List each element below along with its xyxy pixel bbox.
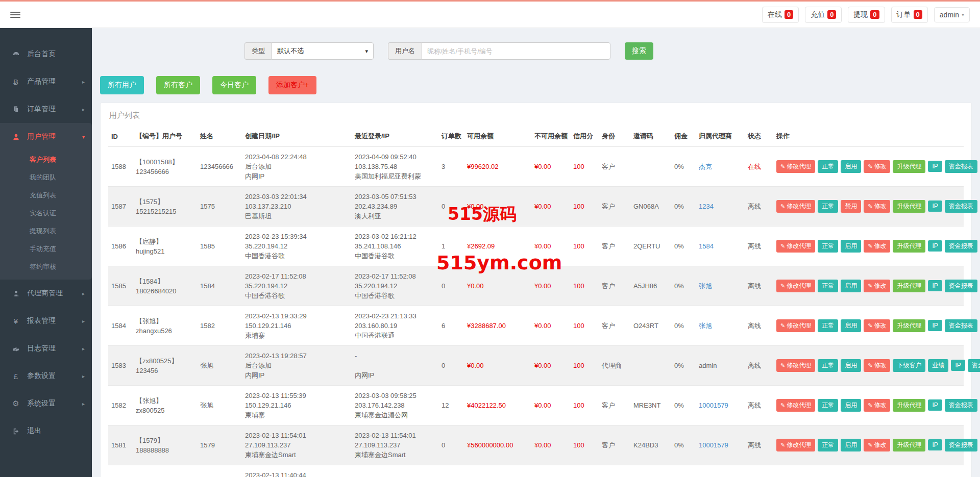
row-action-sub-customers-button[interactable]: 下级客户: [893, 359, 925, 372]
sidebar-item-withdraw-list[interactable]: 提现列表: [0, 222, 92, 240]
user-menu[interactable]: admin ▾: [934, 7, 970, 22]
all-users-button[interactable]: 所有用户: [100, 76, 144, 94]
row-action-fund-report-button[interactable]: 资金报表: [945, 160, 977, 173]
agent-link[interactable]: 1584: [699, 242, 714, 250]
add-customer-button[interactable]: 添加客户+: [268, 76, 316, 94]
row-action-edit-button[interactable]: ✎修改: [864, 280, 890, 292]
sidebar-item-recharge-list[interactable]: 充值列表: [0, 186, 92, 204]
row-action-edit-agent-button[interactable]: ✎修改代理: [776, 240, 815, 253]
search-button[interactable]: 搜索: [625, 42, 653, 60]
row-action-edit-agent-button[interactable]: ✎修改代理: [776, 399, 815, 412]
agent-link[interactable]: 10001579: [699, 441, 728, 449]
row-action-edit-agent-button[interactable]: ✎修改代理: [776, 319, 815, 332]
row-action-enable-button[interactable]: 启用: [841, 160, 861, 173]
agent-link[interactable]: 10001579: [699, 401, 728, 409]
topbar-stat-order[interactable]: 订单0: [891, 7, 928, 23]
sidebar-item-params[interactable]: £参数设置▸: [0, 362, 92, 390]
row-action-edit-agent-button[interactable]: ✎修改代理: [776, 200, 815, 213]
row-action-enable-button[interactable]: 启用: [841, 359, 861, 372]
row-action-fund-report-button[interactable]: 资金报表: [968, 359, 980, 372]
row-action-normal-button[interactable]: 正常: [818, 160, 838, 173]
sidebar-item-dashboard[interactable]: 后台首页: [0, 40, 92, 68]
row-action-ip-button[interactable]: IP: [928, 439, 942, 450]
row-action-ip-button[interactable]: IP: [928, 280, 942, 291]
row-action-edit-button[interactable]: ✎修改: [864, 160, 890, 173]
pencil-icon: ✎: [780, 283, 785, 289]
today-customers-button[interactable]: 今日客户: [212, 76, 256, 94]
row-action-edit-button[interactable]: ✎修改: [864, 319, 890, 332]
sidebar-item-customer-list[interactable]: 客户列表: [0, 150, 92, 168]
row-action-enable-button[interactable]: 启用: [841, 240, 861, 253]
topbar-stat-online[interactable]: 在线0: [762, 7, 799, 23]
sidebar-item-products[interactable]: Ƀ产品管理▸: [0, 68, 92, 95]
row-action-fund-report-button[interactable]: 资金报表: [945, 319, 977, 332]
row-action-fund-report-button[interactable]: 资金报表: [945, 200, 977, 213]
row-action-fund-report-button[interactable]: 资金报表: [945, 240, 977, 253]
row-action-upgrade-agent-button[interactable]: 升级代理: [893, 200, 925, 213]
row-action-normal-button[interactable]: 正常: [818, 439, 838, 451]
row-action-normal-button[interactable]: 正常: [818, 399, 838, 412]
all-customers-button[interactable]: 所有客户: [156, 76, 200, 94]
sidebar-item-system[interactable]: ⚙系统设置▸: [0, 390, 92, 417]
row-action-enable-button[interactable]: 启用: [841, 439, 861, 451]
topbar-stat-recharge[interactable]: 充值0: [805, 7, 842, 23]
row-action-edit-button[interactable]: ✎修改: [864, 240, 890, 253]
sidebar-item-agents[interactable]: 代理商管理▸: [0, 280, 92, 307]
sidebar-item-users[interactable]: 用户管理▾: [0, 123, 92, 150]
row-action-edit-agent-button[interactable]: ✎修改代理: [776, 359, 815, 372]
row-action-ip-button[interactable]: IP: [928, 240, 942, 252]
row-action-normal-button[interactable]: 正常: [818, 240, 838, 253]
row-action-fund-report-button[interactable]: 资金报表: [945, 439, 977, 451]
row-action-edit-button[interactable]: ✎修改: [864, 399, 890, 412]
row-action-normal-button[interactable]: 正常: [818, 319, 838, 332]
table-row: 1587【1575】 1521521521515752023-03-03 22:…: [108, 187, 964, 227]
sidebar-item-realname-auth[interactable]: 实名认证: [0, 204, 92, 222]
menu-toggle-icon[interactable]: [10, 12, 20, 18]
row-action-performance-button[interactable]: 业绩: [928, 359, 948, 372]
agent-link[interactable]: 张旭: [699, 282, 712, 290]
row-action-label: IP: [932, 441, 938, 448]
cell-orders: 0: [438, 425, 464, 465]
username-input[interactable]: [422, 42, 610, 60]
sidebar-item-logs[interactable]: 日志管理▸: [0, 335, 92, 362]
sidebar-item-manual-recharge[interactable]: 手动充值: [0, 240, 92, 258]
row-action-ip-button[interactable]: IP: [928, 161, 942, 172]
sidebar-item-orders[interactable]: 订单管理▸: [0, 95, 92, 123]
row-action-fund-report-button[interactable]: 资金报表: [945, 280, 977, 292]
row-action-ip-button[interactable]: IP: [928, 399, 942, 411]
type-select[interactable]: 默认不选 ▾: [272, 42, 374, 60]
row-action-normal-button[interactable]: 正常: [818, 200, 838, 213]
sidebar-item-my-team[interactable]: 我的团队: [0, 168, 92, 186]
row-action-edit-button[interactable]: ✎修改: [864, 200, 890, 213]
agent-link[interactable]: 1234: [699, 203, 714, 210]
row-action-normal-button[interactable]: 正常: [818, 280, 838, 292]
row-action-ip-button[interactable]: IP: [951, 360, 965, 371]
row-action-normal-button[interactable]: 正常: [818, 359, 838, 372]
row-action-enable-button[interactable]: 启用: [841, 280, 861, 292]
row-action-fund-report-button[interactable]: 资金报表: [945, 399, 977, 412]
row-action-edit-agent-button[interactable]: ✎修改代理: [776, 280, 815, 292]
row-action-edit-button[interactable]: ✎修改: [864, 359, 890, 372]
agent-link[interactable]: 杰克: [699, 163, 712, 170]
topbar-stat-withdraw[interactable]: 提现0: [848, 7, 885, 23]
row-action-edit-agent-button[interactable]: ✎修改代理: [776, 160, 815, 173]
row-action-edit-agent-button[interactable]: ✎修改代理: [776, 439, 815, 451]
row-action-upgrade-agent-button[interactable]: 升级代理: [893, 240, 925, 253]
row-action-upgrade-agent-button[interactable]: 升级代理: [893, 439, 925, 451]
row-action-enable-button[interactable]: 启用: [841, 319, 861, 332]
sidebar-item-reports[interactable]: ¥报表管理▸: [0, 307, 92, 335]
row-action-ip-button[interactable]: IP: [928, 320, 942, 331]
cell-lastlogin-ip: 2023-04-09 09:52:40 103.138.75.48 美国加利福尼…: [352, 147, 438, 187]
agent-link[interactable]: 张旭: [699, 322, 712, 330]
row-action-upgrade-agent-button[interactable]: 升级代理: [893, 160, 925, 173]
cell-agent: 张旭: [696, 266, 745, 306]
row-action-upgrade-agent-button[interactable]: 升级代理: [893, 280, 925, 292]
row-action-edit-button[interactable]: ✎修改: [864, 439, 890, 451]
row-action-ip-button[interactable]: IP: [928, 200, 942, 212]
row-action-upgrade-agent-button[interactable]: 升级代理: [893, 399, 925, 412]
sidebar-item-contract-audit[interactable]: 签约审核: [0, 258, 92, 275]
row-action-upgrade-agent-button[interactable]: 升级代理: [893, 319, 925, 332]
row-action-enable-button[interactable]: 启用: [841, 399, 861, 412]
sidebar-item-logout[interactable]: 退出: [0, 417, 92, 445]
row-action-disable-button[interactable]: 禁用: [841, 200, 861, 213]
